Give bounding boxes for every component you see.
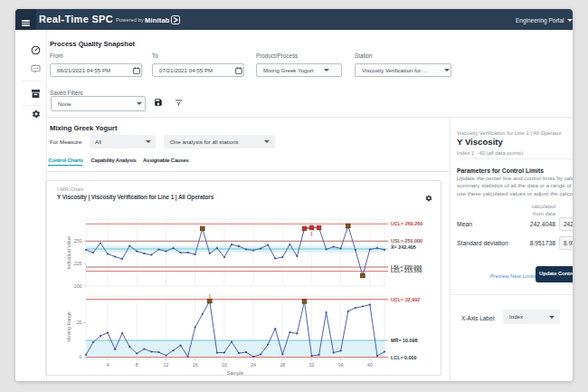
svg-text:24: 24	[251, 362, 256, 368]
svg-text:1: 1	[208, 293, 211, 299]
svg-text:Individual Value: Individual Value	[66, 236, 71, 269]
svg-text:0: 0	[80, 354, 82, 359]
svg-text:UCL= 32.992: UCL= 32.992	[391, 297, 420, 302]
svg-text:Moving Range: Moving Range	[66, 311, 71, 342]
svg-text:225: 225	[74, 261, 82, 266]
svg-text:40: 40	[367, 362, 373, 368]
svg-text:X̅= 242.405: X̅= 242.405	[391, 244, 416, 250]
svg-text:20: 20	[77, 320, 82, 325]
svg-text:LCL= 215.550: LCL= 215.550	[391, 268, 422, 273]
svg-text:36: 36	[338, 362, 344, 368]
svg-text:4: 4	[107, 362, 109, 368]
svg-text:28: 28	[280, 362, 285, 368]
svg-text:250: 250	[74, 238, 82, 244]
svg-text:1: 1	[310, 231, 313, 236]
svg-text:16: 16	[193, 362, 198, 368]
svg-text:USL= 250.000: USL= 250.000	[391, 238, 422, 244]
svg-text:32: 32	[309, 362, 315, 368]
svg-text:20: 20	[222, 362, 227, 368]
svg-text:LCL= 0.000: LCL= 0.000	[391, 355, 417, 360]
svg-text:Sample: Sample	[227, 370, 243, 376]
svg-text:UCL= 269.260: UCL= 269.260	[391, 221, 422, 226]
svg-text:200: 200	[74, 283, 82, 289]
svg-text:8: 8	[136, 362, 138, 368]
svg-text:MR̅= 10.098: MR̅= 10.098	[391, 338, 418, 343]
svg-text:12: 12	[164, 362, 169, 368]
